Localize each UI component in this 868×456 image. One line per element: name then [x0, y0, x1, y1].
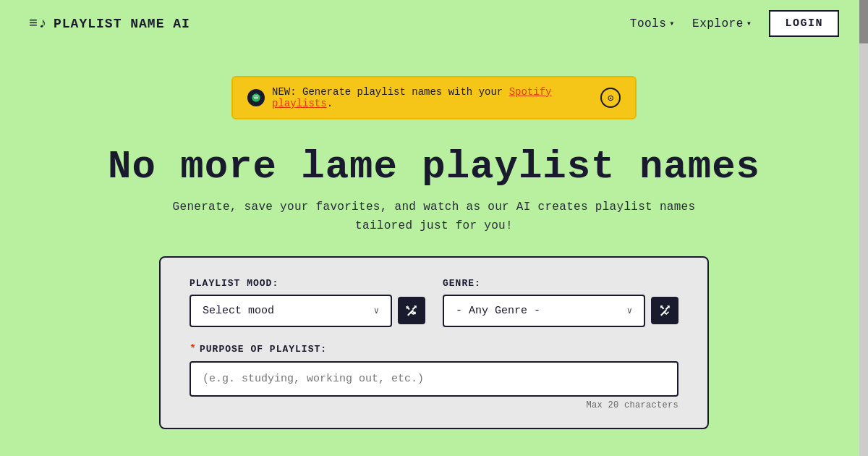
genre-select-wrapper: - Any Genre - ∨ — [443, 295, 678, 327]
login-button[interactable]: LOGIN — [769, 10, 839, 37]
required-star: * — [190, 343, 197, 355]
genre-shuffle-button[interactable] — [651, 297, 678, 324]
tools-menu[interactable]: Tools ▾ — [630, 17, 675, 30]
mood-select-wrapper: Select mood ∨ — [190, 295, 425, 327]
hero-heading: No more lame playlist names — [14, 145, 854, 188]
promo-banner: NEW: Generate playlist names with your S… — [231, 76, 637, 119]
banner-prefix: NEW: Generate playlist names with your S… — [272, 86, 590, 109]
logo-text: PLAYLIST NAME AI — [54, 17, 190, 31]
hero-subtext: Generate, save your favorites, and watch… — [14, 198, 854, 235]
banner-wrapper: NEW: Generate playlist names with your S… — [0, 76, 868, 119]
purpose-input[interactable] — [190, 361, 678, 397]
genre-value: - Any Genre - — [456, 305, 540, 317]
genre-group: GENRE: - Any Genre - ∨ — [443, 278, 678, 327]
navbar: ≡♪ PLAYLIST NAME AI Tools ▾ Explore ▾ LO… — [0, 0, 868, 47]
hero-section: No more lame playlist names Generate, sa… — [0, 145, 868, 236]
mood-value: Select mood — [203, 305, 274, 317]
tools-chevron-icon: ▾ — [669, 18, 675, 29]
mood-select[interactable]: Select mood ∨ — [190, 295, 392, 327]
logo: ≡♪ PLAYLIST NAME AI — [29, 15, 190, 32]
mood-label: PLAYLIST MOOD: — [190, 278, 425, 289]
svg-point-0 — [252, 93, 260, 102]
scrollbar[interactable] — [859, 0, 868, 456]
spotify-icon — [247, 89, 265, 106]
logo-icon: ≡♪ — [29, 15, 48, 32]
banner-arrow-button[interactable]: ⊙ — [600, 88, 621, 108]
scrollbar-thumb[interactable] — [859, 0, 868, 43]
purpose-label: * PURPOSE OF PLAYLIST: — [190, 343, 678, 355]
genre-chevron-icon: ∨ — [627, 305, 632, 316]
genre-select[interactable]: - Any Genre - ∨ — [443, 295, 645, 327]
generator-form: PLAYLIST MOOD: Select mood ∨ GENRE — [159, 256, 709, 429]
explore-chevron-icon: ▾ — [746, 18, 752, 29]
nav-right: Tools ▾ Explore ▾ LOGIN — [630, 10, 839, 37]
purpose-group: * PURPOSE OF PLAYLIST: Max 20 characters — [190, 343, 678, 410]
mood-group: PLAYLIST MOOD: Select mood ∨ — [190, 278, 425, 327]
char-limit-label: Max 20 characters — [190, 400, 678, 410]
mood-shuffle-button[interactable] — [398, 297, 425, 324]
mood-genre-row: PLAYLIST MOOD: Select mood ∨ GENRE — [190, 278, 678, 327]
genre-label: GENRE: — [443, 278, 678, 289]
explore-menu[interactable]: Explore ▾ — [692, 17, 752, 30]
mood-chevron-icon: ∨ — [374, 305, 379, 316]
